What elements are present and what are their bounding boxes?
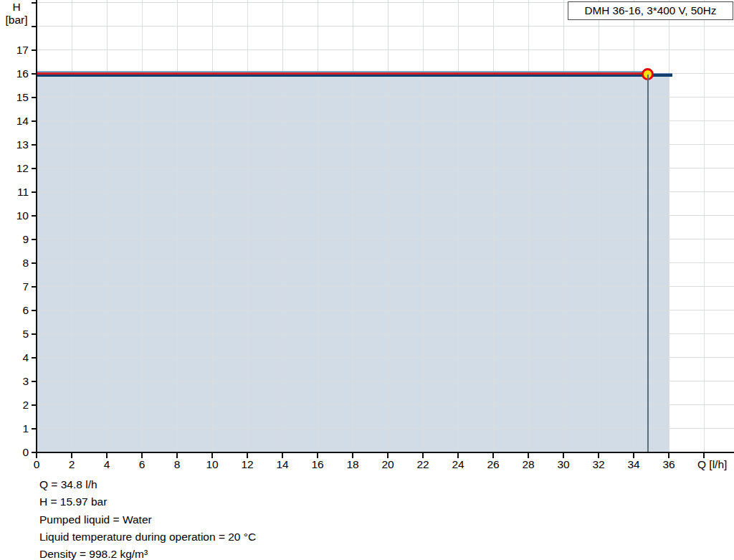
x-tick-label: 6 bbox=[132, 458, 152, 471]
x-axis-tick bbox=[282, 453, 283, 458]
x-tick-label: 26 bbox=[483, 458, 503, 471]
x-tick-label: 2 bbox=[62, 458, 82, 471]
x-gridline bbox=[563, 0, 564, 452]
y-gridline bbox=[37, 381, 734, 381]
x-gridline bbox=[388, 0, 389, 452]
x-tick-label: 28 bbox=[518, 458, 538, 471]
x-gridline bbox=[177, 0, 178, 452]
y-gridline bbox=[37, 215, 734, 216]
x-tick-label: 24 bbox=[448, 458, 468, 471]
x-gridline bbox=[599, 0, 599, 452]
y-tick-label: 6 bbox=[0, 304, 29, 317]
x-tick-label: 34 bbox=[624, 458, 644, 471]
legend-label: DMH 36-16, 3*400 V, 50Hz bbox=[585, 4, 717, 17]
y-axis-line bbox=[36, 0, 37, 453]
x-gridline bbox=[528, 0, 529, 452]
y-gridline bbox=[37, 286, 734, 287]
y-tick-label: 16 bbox=[0, 67, 29, 80]
x-tick-label: 22 bbox=[413, 458, 433, 471]
y-axis-tick bbox=[32, 97, 37, 98]
y-gridline bbox=[37, 26, 734, 27]
y-gridline bbox=[37, 404, 734, 405]
x-tick-label: 36 bbox=[659, 458, 679, 471]
y-tick-label: 5 bbox=[0, 328, 29, 341]
x-gridline bbox=[423, 0, 424, 452]
y-axis-tick bbox=[32, 215, 37, 217]
y-tick-label: 13 bbox=[0, 138, 29, 151]
y-tick-label: 4 bbox=[0, 351, 29, 364]
y-tick-label: 0 bbox=[0, 446, 29, 459]
x-axis-tick bbox=[703, 453, 705, 458]
y-axis-title-symbol: H bbox=[0, 1, 33, 14]
y-axis-tick bbox=[32, 357, 37, 359]
x-axis-tick bbox=[106, 453, 108, 458]
y-tick-label: 17 bbox=[0, 44, 29, 57]
x-axis-tick bbox=[176, 453, 178, 458]
x-tick-label: 4 bbox=[97, 458, 117, 471]
y-axis-tick bbox=[32, 404, 37, 406]
y-tick-label: 14 bbox=[0, 115, 29, 128]
x-gridline bbox=[353, 0, 353, 452]
y-gridline bbox=[37, 310, 734, 310]
y-axis-tick bbox=[32, 239, 37, 240]
curve-top-edge bbox=[37, 71, 648, 72]
x-axis-tick bbox=[422, 453, 424, 458]
y-axis-tick bbox=[32, 381, 37, 382]
x-gridline bbox=[142, 0, 143, 452]
y-gridline bbox=[37, 97, 734, 98]
y-gridline bbox=[37, 262, 734, 263]
y-tick-label: 3 bbox=[0, 375, 29, 388]
y-axis-tick bbox=[32, 144, 37, 146]
x-gridline bbox=[704, 0, 705, 452]
y-tick-label: 1 bbox=[0, 422, 29, 435]
x-axis-tick bbox=[141, 453, 143, 458]
x-gridline bbox=[318, 0, 318, 452]
x-axis-line bbox=[36, 452, 734, 453]
x-tick-label: 12 bbox=[237, 458, 257, 471]
x-axis-tick bbox=[563, 453, 564, 458]
operating-point-drop-line bbox=[647, 75, 649, 452]
x-gridline bbox=[282, 0, 283, 452]
y-gridline bbox=[37, 428, 734, 429]
x-axis-tick bbox=[457, 453, 459, 458]
y-gridline bbox=[37, 49, 734, 50]
y-tick-label: 9 bbox=[0, 233, 29, 246]
y-tick-label: 12 bbox=[0, 162, 29, 175]
y-axis-tick bbox=[32, 286, 37, 288]
x-gridline bbox=[107, 0, 108, 452]
y-axis-tick bbox=[32, 262, 37, 264]
y-gridline bbox=[37, 191, 734, 192]
x-axis-title: Q [l/h] bbox=[697, 458, 727, 471]
x-axis-tick bbox=[668, 453, 669, 458]
selected-range-highlight bbox=[37, 72, 648, 75]
y-axis-title: H [bar] bbox=[0, 1, 33, 27]
x-gridline bbox=[634, 0, 634, 452]
result-summary: Q = 34.8 l/h H = 15.97 bar Pumped liquid… bbox=[39, 476, 256, 560]
y-axis-tick bbox=[32, 49, 37, 51]
result-liquid-temperature: Liquid temperature during operation = 20… bbox=[39, 528, 256, 546]
x-axis-tick bbox=[317, 453, 318, 458]
y-tick-label: 11 bbox=[0, 186, 29, 199]
y-gridline bbox=[37, 239, 734, 239]
result-density: Density = 998.2 kg/m³ bbox=[39, 546, 256, 560]
x-axis-tick bbox=[211, 453, 213, 458]
x-axis-tick bbox=[36, 453, 37, 458]
y-axis-tick bbox=[32, 191, 37, 193]
y-gridline bbox=[37, 144, 734, 145]
legend-box: DMH 36-16, 3*400 V, 50Hz bbox=[568, 1, 733, 20]
y-axis-title-unit: [bar] bbox=[0, 14, 33, 27]
x-axis-tick bbox=[352, 453, 353, 458]
x-gridline bbox=[458, 0, 459, 452]
result-flow: Q = 34.8 l/h bbox=[39, 476, 256, 493]
x-axis-tick bbox=[598, 453, 599, 458]
y-gridline bbox=[37, 120, 734, 121]
x-gridline bbox=[247, 0, 248, 452]
x-axis-tick bbox=[528, 453, 529, 458]
x-gridline bbox=[72, 0, 72, 452]
x-tick-label: 16 bbox=[308, 458, 328, 471]
y-axis-tick bbox=[32, 428, 37, 430]
y-tick-label: 15 bbox=[0, 91, 29, 104]
y-axis-tick bbox=[32, 333, 37, 335]
x-tick-label: 14 bbox=[272, 458, 292, 471]
y-axis-tick bbox=[32, 310, 37, 311]
